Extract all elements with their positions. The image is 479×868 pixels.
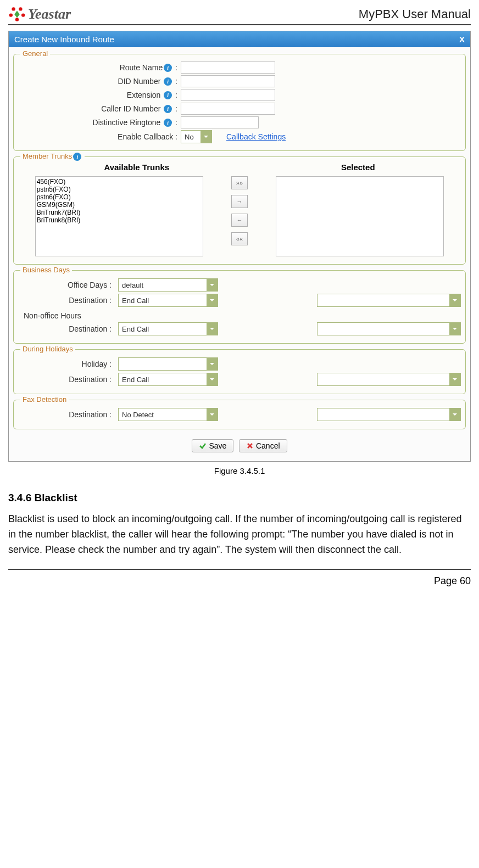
extension-input[interactable] [181, 89, 275, 101]
business-days-legend: Business Days [20, 266, 72, 274]
doc-title: MyPBX User Manual [359, 7, 471, 21]
list-item[interactable]: BriTrunk8(BRI) [37, 216, 202, 224]
info-icon[interactable]: i [164, 91, 172, 99]
holiday-label: Holiday [82, 360, 108, 368]
move-left-button[interactable]: ← [231, 214, 248, 227]
colon: : [175, 91, 177, 99]
office-days-select[interactable]: default [118, 278, 218, 292]
list-item[interactable]: BriTrunk7(BRI) [37, 209, 202, 216]
destination-label: Destination [69, 410, 107, 419]
list-item[interactable]: pstn6(FXO) [37, 193, 202, 201]
list-item[interactable]: 456(FXO) [37, 178, 202, 186]
svg-point-1 [19, 7, 22, 10]
modal-titlebar: Create New Inbound Route X [9, 31, 470, 47]
chevron-down-icon [207, 358, 218, 370]
info-icon[interactable]: i [164, 64, 172, 72]
during-holidays-legend: During Holidays [20, 345, 75, 353]
extension-label: Extension [127, 91, 160, 99]
yeastar-logo-icon [8, 5, 26, 23]
list-item[interactable]: pstn5(FXO) [37, 186, 202, 193]
svg-point-4 [15, 18, 19, 21]
info-icon[interactable]: i [164, 105, 172, 113]
fax-destination-target-select[interactable] [317, 408, 461, 421]
distinctive-ringtone-label: Distinctive Ringtone [93, 118, 161, 127]
info-icon[interactable]: i [164, 119, 172, 127]
chevron-down-icon [449, 408, 460, 421]
destination-label: Destination [69, 375, 107, 384]
selected-trunks-list[interactable] [276, 176, 444, 256]
general-fieldset: General Route Namei : DID Number i : [13, 54, 466, 151]
doc-header: Yeastar MyPBX User Manual [8, 5, 471, 25]
member-trunks-fieldset: Member Trunksi Available Trunks Selected… [13, 156, 466, 265]
available-trunks-list[interactable]: 456(FXO) pstn5(FXO) pstn6(FXO) GSM9(GSM)… [35, 176, 203, 256]
holiday-select[interactable] [118, 357, 218, 371]
destination-label: Destination [69, 324, 107, 333]
fax-detection-legend: Fax Detection [20, 395, 69, 404]
chevron-down-icon [207, 279, 218, 291]
route-name-label: Route Name [120, 63, 163, 72]
modal-title-text: Create New Inbound Route [14, 35, 114, 44]
colon: : [175, 77, 177, 86]
enable-callback-select[interactable]: No [181, 130, 212, 143]
x-icon [246, 442, 254, 450]
route-name-input[interactable] [181, 61, 275, 74]
holiday-destination-target-select[interactable] [317, 373, 461, 386]
non-office-destination-target-select[interactable] [317, 322, 461, 335]
list-item[interactable]: GSM9(GSM) [37, 201, 202, 209]
did-number-input[interactable] [181, 75, 275, 87]
member-trunks-legend: Member Trunksi [20, 152, 85, 161]
inbound-route-modal: Create New Inbound Route X General Route… [8, 31, 471, 462]
non-office-hours-label: Non-office Hours [24, 311, 461, 320]
chevron-down-icon [200, 131, 211, 143]
figure-caption: Figure 3.4.5.1 [8, 466, 471, 475]
svg-point-2 [9, 13, 13, 16]
check-icon [199, 442, 207, 450]
info-icon[interactable]: i [73, 153, 81, 161]
callback-settings-link[interactable]: Callback Settings [226, 132, 286, 141]
move-right-button[interactable]: → [231, 195, 248, 208]
chevron-down-icon [207, 323, 218, 335]
during-holidays-fieldset: During Holidays Holiday : Destination : … [13, 349, 466, 394]
chevron-down-icon [207, 373, 218, 385]
business-days-fieldset: Business Days Office Days : default Dest… [13, 270, 466, 344]
chevron-down-icon [207, 408, 218, 421]
section-title: 3.4.6 Blacklist [8, 492, 471, 504]
chevron-down-icon [207, 294, 218, 306]
caller-id-input[interactable] [181, 103, 275, 115]
move-all-right-button[interactable]: »» [231, 176, 248, 189]
chevron-down-icon [449, 323, 460, 335]
logo: Yeastar [8, 5, 71, 23]
info-icon[interactable]: i [164, 77, 172, 86]
svg-point-0 [12, 7, 15, 10]
cancel-button[interactable]: Cancel [239, 439, 287, 452]
enable-callback-label: Enable Callback [118, 132, 173, 141]
bd-destination-target-select[interactable] [317, 294, 461, 307]
modal-actions: Save Cancel [13, 435, 466, 457]
did-number-label: DID Number [118, 77, 161, 86]
fax-detection-fieldset: Fax Detection Destination : No Detect [13, 400, 466, 429]
page-number: Page 60 [434, 575, 471, 586]
destination-label: Destination [69, 296, 107, 305]
modal-close-button[interactable]: X [459, 35, 465, 44]
colon: : [175, 63, 177, 72]
caller-id-label: Caller ID Number [101, 104, 160, 113]
page-footer: Page 60 [8, 569, 471, 587]
distinctive-ringtone-input[interactable] [181, 116, 259, 128]
fax-destination-select[interactable]: No Detect [118, 408, 218, 421]
colon: : [175, 104, 177, 113]
logo-text: Yeastar [28, 6, 71, 23]
general-legend: General [20, 49, 50, 58]
office-days-label: Office Days [68, 281, 107, 289]
colon: : [175, 132, 177, 141]
save-button[interactable]: Save [192, 439, 233, 452]
section-paragraph: Blacklist is used to block an incoming/o… [8, 512, 471, 558]
available-trunks-header: Available Trunks [104, 163, 169, 172]
move-all-left-button[interactable]: «« [231, 232, 248, 245]
selected-trunks-header: Selected [341, 163, 375, 172]
bd-destination-select[interactable]: End Call [118, 294, 218, 307]
non-office-destination-select[interactable]: End Call [118, 322, 218, 335]
chevron-down-icon [449, 294, 460, 306]
svg-point-3 [21, 13, 25, 16]
holiday-destination-select[interactable]: End Call [118, 373, 218, 386]
colon: : [175, 118, 177, 127]
